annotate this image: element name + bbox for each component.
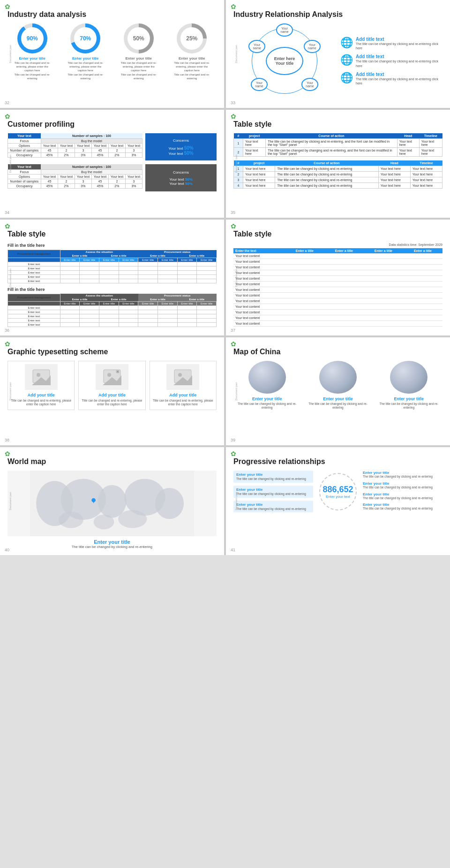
prog-item-r4: Enter your title The title can be change…	[363, 503, 442, 510]
title-entry-3: 🌐 Add title text The title can be change…	[340, 72, 442, 85]
orbit-node-bottomleft: Yourname	[251, 78, 268, 91]
slide-39: ✿ Map of China Enter your title The titl…	[226, 337, 450, 445]
orbit-node-top: Yourname	[276, 23, 293, 37]
table-35-2: # project Course of action Head Timeline…	[233, 160, 442, 189]
prog-big-label: Enter your text	[326, 495, 350, 499]
slide-number-34: 34	[5, 210, 9, 215]
prog-item-r3-title: Enter your title	[363, 492, 442, 496]
table-row: Your text content	[233, 276, 442, 282]
prog-item-l3: Enter your title The title can be change…	[233, 501, 313, 513]
map-title-2: Enter your title	[323, 396, 353, 401]
cp-main-1: Your text Number of samples : 100 Focus …	[8, 133, 142, 160]
cp-concerns-2: Concerns Your text 50% Your text 50%	[145, 164, 217, 191]
prog-right: Enter your title The title can be change…	[363, 471, 442, 512]
stats-time: Data statistics time: September 2029	[233, 243, 442, 246]
graphic-img-1	[25, 364, 58, 390]
circle-desc2-90: Title can be changed and re-entering	[14, 73, 51, 81]
cp-row-2: Your text Number of samples : 100 Focus …	[8, 164, 217, 191]
title-icon-3: 🌐	[340, 72, 353, 84]
prog-item-r2-desc: The title can be changed by clicking and…	[363, 486, 442, 489]
world-map-container	[8, 471, 217, 536]
corner-icon-35: ✿	[231, 113, 236, 120]
slide-37-title: Table style	[233, 230, 442, 238]
graphic-item-2: Add your title Title can be changed and …	[78, 361, 145, 410]
title-text-1: Add title text The title can be changed …	[356, 37, 442, 50]
table-row: Your text content	[233, 253, 442, 259]
slide-33: ✿ Industry Relationship Analysis Enter h…	[226, 0, 450, 108]
circle-label-50: Enter your title	[126, 56, 152, 61]
corner-icon-32: ✿	[5, 3, 10, 10]
table-row: Enter text	[8, 279, 217, 283]
title-desc-2: The title can be changed by clicking and…	[356, 59, 442, 68]
slide-38-title: Graphic typesetting scheme	[8, 348, 217, 356]
table-row: Your text content	[233, 310, 442, 315]
circle-inner-50: 50%	[128, 27, 150, 50]
corner-icon-41: ✿	[231, 450, 236, 457]
table-row: Enter text	[8, 323, 217, 327]
cp-table-1: Your text Number of samples : 100 Focus …	[8, 133, 142, 158]
prog-center: 886,652 Enter your text	[317, 471, 359, 512]
circle-ring-90: 90%	[17, 23, 47, 53]
world-map-title: Enter your title	[8, 539, 217, 545]
title-main-1: Add title text	[356, 37, 442, 42]
slide-number-32: 32	[5, 100, 9, 105]
orbit-center-text1: Enter here	[274, 56, 295, 61]
table-row: 2Your text hereThe title can be changed …	[234, 172, 442, 177]
slide-32-title: Industry data analysis	[8, 10, 217, 19]
prog-left: Enter your title The title can be change…	[233, 471, 313, 512]
cp-th-samples: Number of samples : 100	[41, 133, 142, 139]
prog-item-r3: Enter your title The title can be change…	[363, 492, 442, 500]
circle-desc2-70: Title can be changed and re-entering	[67, 73, 104, 81]
prog-item-l3-desc: The title can be changed by clicking and…	[236, 507, 310, 511]
slide-number-38: 38	[5, 438, 9, 442]
prog-item-r3-desc: The title can be changed by clicking and…	[363, 496, 442, 500]
prog-item-r2-title: Enter your title	[363, 481, 442, 486]
cp-concerns-1: Concerns Your text 50% Your text 50%	[145, 133, 217, 160]
svg-point-1	[37, 373, 40, 377]
table-35-1: # project Course of action Head Timeline…	[233, 133, 442, 157]
proc-table-1: Procurement management Assess the situat…	[8, 250, 217, 283]
title-main-3: Add title text	[356, 72, 442, 77]
prog-item-r1-desc: The title can be changed by clicking and…	[363, 475, 442, 479]
circle-desc1-70: Title can be changed and re-entering, pl…	[67, 61, 104, 72]
prog-big-number: 886,652	[322, 485, 353, 495]
table-row: 1Your text hereThe title can be changed …	[234, 166, 442, 172]
table-row: Your text content	[233, 259, 442, 265]
data-table-37: Enter the text Enter a title Enter a tit…	[233, 248, 442, 327]
graphic-item-1: Add your title Title can be changed and …	[8, 361, 75, 410]
slide-32: ✿ Industry data analysis 90% Enter your …	[0, 0, 224, 108]
circle-inner-25: 25%	[180, 27, 203, 50]
graphic-img-3	[166, 364, 199, 390]
prog-item-r4-desc: The title can be changed by clicking and…	[363, 507, 442, 510]
prog-item-l1-title: Enter your title	[236, 472, 310, 477]
corner-icon-34: ✿	[5, 113, 10, 120]
title-entry-2: 🌐 Add title text The title can be change…	[340, 54, 442, 68]
circle-item-70: 70% Enter your title Title can be change…	[67, 23, 104, 81]
table-row: Your text content	[233, 265, 442, 270]
prog-item-r4-title: Enter your title	[363, 503, 442, 507]
circle-item-90: 90% Enter your title Title can be change…	[14, 23, 51, 81]
table-row: Enter text	[8, 266, 217, 270]
graphic-title-3: Add your title	[169, 393, 196, 397]
slide-grid: ✿ Industry data analysis 90% Enter your …	[0, 0, 450, 555]
table-row: 3Your text hereThe title can be changed …	[234, 177, 442, 183]
corner-icon-39: ✿	[231, 340, 236, 348]
prog-ellipse: 886,652 Enter your text	[319, 473, 357, 510]
table-row: Your text content	[233, 298, 442, 304]
table-row: Your text content	[233, 293, 442, 298]
table-row: Enter text	[8, 310, 217, 314]
prog-item-r1: Enter your title The title can be change…	[363, 471, 442, 479]
circle-item-25: 25% Enter your title Title can be change…	[173, 23, 210, 81]
graphic-img-2	[96, 364, 128, 390]
circle-desc1-25: Title can be changed and re-entering, pl…	[173, 61, 210, 72]
slide-number-41: 41	[231, 548, 235, 552]
corner-icon-36: ✿	[5, 222, 10, 230]
slide-35-title: Table style	[233, 120, 442, 129]
circle-label-25: Enter your title	[179, 56, 205, 61]
circle-desc1-50: Title can be changed and re-entering, pl…	[120, 61, 158, 72]
cp-row-1: Your text Number of samples : 100 Focus …	[8, 133, 217, 160]
graphic-title-2: Add your title	[98, 393, 126, 397]
slide-36-title: Table style	[8, 230, 217, 238]
slide-number-37: 37	[231, 328, 235, 333]
map-title-1: Enter your title	[252, 396, 282, 401]
